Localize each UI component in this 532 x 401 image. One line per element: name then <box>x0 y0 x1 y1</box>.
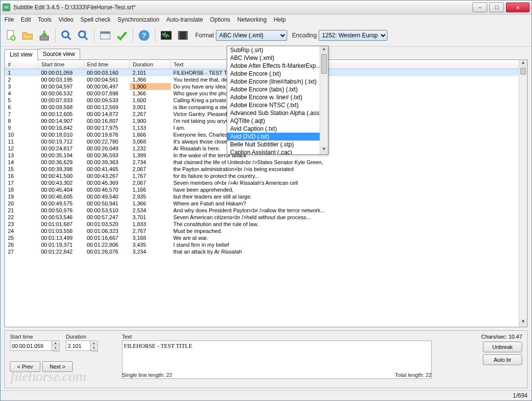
save-file-icon[interactable] <box>37 28 52 43</box>
format-select[interactable]: ABC iView (.xml) <box>216 30 287 41</box>
format-option[interactable]: Avid Caption (.txt) <box>227 125 328 133</box>
start-time-input[interactable]: ▲▼ <box>10 341 64 351</box>
table-row[interactable]: 2300:01:01,68700:01:03,5201,833The const… <box>5 221 527 228</box>
open-file-icon[interactable] <box>20 28 35 43</box>
spellcheck-icon[interactable] <box>115 28 129 43</box>
format-option[interactable]: Advanced Sub Station Alpha (.ass) <box>227 109 328 117</box>
menu-tools[interactable]: Tools <box>38 16 52 23</box>
encoding-label: Encoding <box>292 32 317 39</box>
duration-label: Duration <box>66 334 120 340</box>
table-row[interactable]: 1700:00:43,30200:00:45,3692,067Seven mem… <box>5 179 527 186</box>
encoding-select[interactable]: 1252: Western Europe <box>319 30 387 41</box>
statusbar: 1/694 <box>0 390 532 401</box>
table-row[interactable]: 2000:00:49,57500:00:50,9411,366Where are… <box>5 200 527 207</box>
col-start-time[interactable]: Start time <box>38 60 84 69</box>
maximize-button[interactable]: ☐ <box>489 2 504 12</box>
col-text[interactable]: Text <box>171 60 528 69</box>
menu-auto-translate[interactable]: Auto-translate <box>166 16 203 23</box>
titlebar: SE Subtitle Edit 3.4.5 - D:\3333\FileHor… <box>0 0 532 15</box>
prev-button[interactable]: < Prev <box>10 361 40 372</box>
table-row[interactable]: 2200:00:53,54600:00:57,2473,701Seven Ame… <box>5 214 527 221</box>
menubar: FileEditToolsVideoSpell checkSynchroniza… <box>0 15 532 25</box>
menu-synchronization[interactable]: Synchronization <box>118 16 159 23</box>
format-option[interactable]: Caption Assistant (.cac) <box>227 148 328 154</box>
table-row[interactable]: 2100:00:50,97600:00:53,5102,534And why d… <box>5 207 527 214</box>
editor-panel: Start time ▲▼ < Prev Next > Duration ▲▼ … <box>4 330 528 388</box>
svg-text:?: ? <box>142 31 146 39</box>
svg-rect-11 <box>178 31 179 39</box>
find-icon[interactable] <box>59 28 74 43</box>
svg-point-3 <box>62 31 68 37</box>
close-button[interactable]: ✕ <box>506 2 530 12</box>
start-time-label: Start time <box>10 334 64 340</box>
format-dropdown[interactable]: SubRip (.srt)ABC iView (.xml)Adobe After… <box>227 46 328 155</box>
format-option[interactable]: Adobe Encore (tabs) (.txt) <box>227 86 328 93</box>
app-icon: SE <box>2 3 10 11</box>
col-duration[interactable]: Duration <box>130 60 171 69</box>
table-row[interactable]: 1800:00:45,40400:00:46,5701,166have been… <box>5 186 527 193</box>
table-row[interactable]: 1600:00:41,50000:00:43,2671,767for its f… <box>5 172 527 179</box>
svg-rect-12 <box>186 31 188 39</box>
help-icon[interactable]: ? <box>137 28 151 43</box>
menu-networking[interactable]: Networking <box>237 16 266 23</box>
table-row[interactable]: 1900:00:46,60500:00:49,5402,935but their… <box>5 193 527 200</box>
format-option[interactable]: Belle Nuit Subtitler (.stp) <box>227 141 328 148</box>
new-file-icon[interactable] <box>3 28 18 43</box>
table-scrollbar[interactable]: ▲▼ <box>519 60 527 327</box>
table-row[interactable]: 1400:00:36,62900:00:39,3632,734that clai… <box>5 159 527 166</box>
visual-sync-icon[interactable] <box>98 28 113 43</box>
menu-help[interactable]: Help <box>273 16 286 23</box>
format-option[interactable]: Adobe After Effects ft-MarkerExporter (.… <box>227 62 328 70</box>
svg-rect-9 <box>161 31 172 39</box>
format-option[interactable]: Adobe Encore w. line# (.txt) <box>227 93 328 101</box>
format-option[interactable]: Avid DVD (.txt) <box>227 133 328 141</box>
menu-video[interactable]: Video <box>59 16 73 23</box>
format-label: Format <box>195 32 214 39</box>
duration-input[interactable]: ▲▼ <box>66 341 120 351</box>
minimize-button[interactable]: ─ <box>473 2 487 12</box>
text-label: Text <box>122 334 432 340</box>
video-icon[interactable] <box>176 28 190 43</box>
format-option[interactable]: Adobe Encore NTSC (.txt) <box>227 101 328 109</box>
table-row[interactable]: 1500:00:39,39800:00:41,4652,067the Payto… <box>5 166 527 172</box>
unbreak-button[interactable]: Unbreak <box>483 342 522 352</box>
window-title: Subtitle Edit 3.4.5 - D:\3333\FileHorse-… <box>13 4 473 11</box>
format-option[interactable]: AQTitle (.aqt) <box>227 117 328 125</box>
menu-spell-check[interactable]: Spell check <box>81 16 111 23</box>
toolbar: ? Format ABC iView (.xml) Encoding 1252:… <box>0 25 532 47</box>
menu-edit[interactable]: Edit <box>21 16 31 23</box>
format-option[interactable]: Adobe Encore (.txt) <box>227 70 328 78</box>
col-end-time[interactable]: End time <box>84 60 130 69</box>
tab-list-view[interactable]: List view <box>4 49 38 60</box>
dropdown-scrollbar[interactable]: ▲▼ <box>320 46 328 154</box>
autobr-button[interactable]: Auto br <box>483 354 522 365</box>
table-row[interactable]: 2700:01:22,84200:01:26,0763,234that an a… <box>5 248 527 255</box>
svg-point-4 <box>79 31 85 37</box>
menu-options[interactable]: Options <box>210 16 230 23</box>
tab-source-view[interactable]: Source view <box>37 49 80 59</box>
format-option[interactable]: SubRip (.srt) <box>227 46 328 54</box>
replace-icon[interactable] <box>76 28 90 43</box>
waveform-icon[interactable] <box>159 28 174 43</box>
table-row[interactable]: 2600:01:19,37100:01:22,8063,435I stand f… <box>5 241 527 248</box>
format-option[interactable]: ABC iView (.xml) <box>227 54 328 62</box>
col--[interactable]: # <box>5 60 38 69</box>
table-row[interactable]: 2400:01:03,55600:01:06,3232,767Must be i… <box>5 228 527 234</box>
menu-file[interactable]: File <box>4 16 14 23</box>
svg-rect-6 <box>100 31 110 33</box>
table-row[interactable]: 2500:01:13,49900:01:16,6673,168We are at… <box>5 234 527 241</box>
format-option[interactable]: Adobe Encore (line#/tabs/n) (.txt) <box>227 78 328 86</box>
